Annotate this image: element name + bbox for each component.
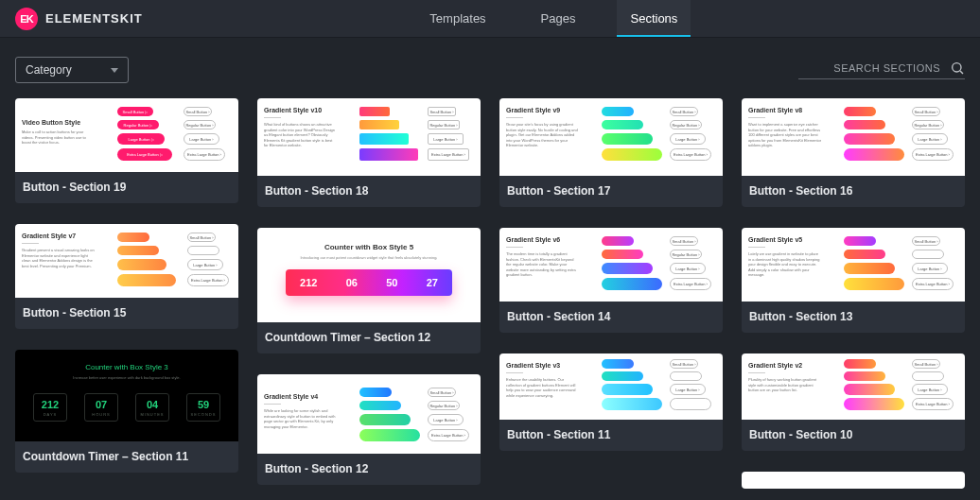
card-title: Button - Section 13 — [742, 302, 965, 333]
search-field[interactable] — [798, 60, 965, 79]
brand-name: ELEMENTSKIT — [45, 11, 143, 26]
brand-logo-icon: EK — [15, 8, 38, 30]
cards-grid: Video Button Style Make a call to action… — [0, 93, 980, 500]
tab-templates[interactable]: Templates — [416, 0, 499, 37]
search-icon[interactable] — [950, 60, 965, 76]
card-section-18[interactable]: Gradient Style v10 What kind of buttons … — [257, 98, 481, 207]
card-partial[interactable] — [742, 472, 965, 489]
tab-pages[interactable]: Pages — [528, 0, 589, 37]
card-title: Button - Section 17 — [499, 176, 723, 207]
tab-sections[interactable]: Sections — [617, 0, 691, 37]
card-section-13[interactable]: Gradient Style v5 Lately we use gradient… — [742, 228, 965, 333]
search-input[interactable] — [798, 62, 940, 74]
svg-point-0 — [953, 63, 961, 72]
card-title: Button - Section 12 — [257, 454, 481, 485]
svg-line-1 — [960, 71, 963, 74]
card-section-15[interactable]: Gradient Style v7 Gradient present a vis… — [15, 224, 238, 329]
category-dropdown[interactable]: Category — [15, 57, 129, 83]
card-title: Button - Section 11 — [499, 420, 723, 451]
topbar: EK ELEMENTSKIT Templates Pages Sections — [0, 0, 980, 38]
grid-col-1: Video Button Style Make a call to action… — [6, 98, 248, 500]
card-title: Button - Section 18 — [257, 176, 481, 207]
card-section-19[interactable]: Video Button Style Make a call to action… — [15, 98, 238, 203]
tabs: Templates Pages Sections — [143, 0, 965, 37]
card-section-10[interactable]: Gradient Style v2 Plurality of fancy wor… — [742, 353, 965, 451]
card-title: Button - Section 19 — [15, 172, 238, 203]
filter-bar: Category — [0, 38, 980, 93]
card-title: Button - Section 15 — [15, 298, 238, 329]
card-section-17[interactable]: Gradient Style v9 Grow your site's focus… — [499, 98, 723, 207]
grid-col-4: Gradient Style v8 Want to implement a su… — [732, 98, 974, 500]
card-section-16[interactable]: Gradient Style v8 Want to implement a su… — [742, 98, 965, 207]
card-section-14[interactable]: Gradient Style v6 The modern time is tot… — [499, 228, 723, 333]
card-title: Button - Section 10 — [742, 420, 965, 451]
brand: EK ELEMENTSKIT — [15, 8, 143, 30]
card-title: Button - Section 16 — [742, 176, 965, 207]
card-section-12[interactable]: Gradient Style v4 While are looking for … — [257, 374, 481, 485]
card-countdown-11[interactable]: Counter with Box Style 3 Increase better… — [15, 350, 238, 473]
grid-col-2: Gradient Style v10 What kind of buttons … — [248, 98, 490, 500]
card-title: Button - Section 14 — [499, 302, 723, 333]
chevron-down-icon — [111, 68, 118, 73]
category-dropdown-label: Category — [26, 63, 72, 77]
card-title: Countdown Timer – Section 12 — [257, 322, 481, 353]
grid-col-3: Gradient Style v9 Grow your site's focus… — [490, 98, 732, 500]
card-countdown-12[interactable]: Counter with Box Style 5 Introducing our… — [257, 228, 481, 353]
card-section-11[interactable]: Gradient Style v3 Enhance the usability … — [499, 353, 723, 451]
card-title: Countdown Timer – Section 11 — [15, 441, 238, 473]
